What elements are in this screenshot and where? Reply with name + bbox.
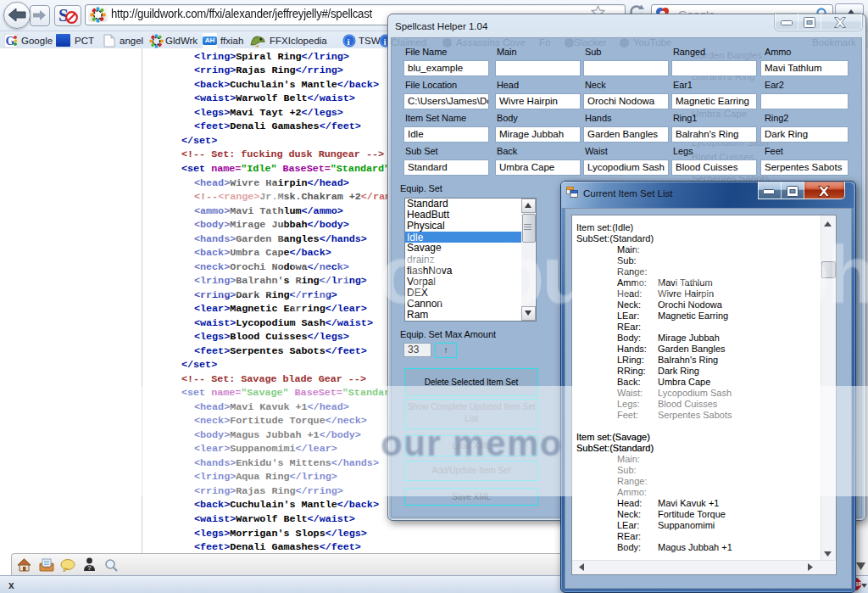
svg-text:G: G: [6, 35, 15, 48]
svg-text:?: ?: [87, 564, 92, 572]
svg-text:i: i: [384, 36, 387, 47]
svg-text:i: i: [348, 36, 350, 47]
